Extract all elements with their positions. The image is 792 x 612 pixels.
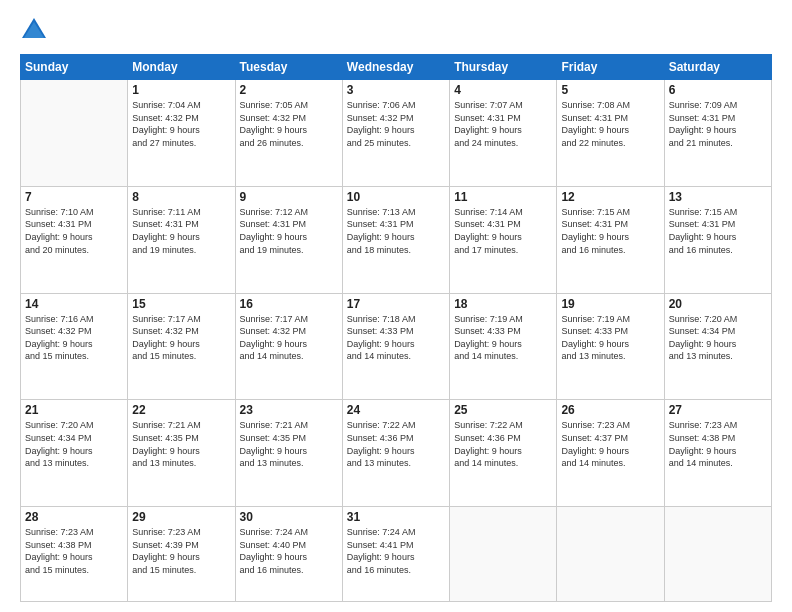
day-number: 30 [240,510,338,524]
day-info: Sunrise: 7:19 AM Sunset: 4:33 PM Dayligh… [454,313,552,363]
day-info: Sunrise: 7:15 AM Sunset: 4:31 PM Dayligh… [561,206,659,256]
header [20,16,772,44]
week-row-5: 28Sunrise: 7:23 AM Sunset: 4:38 PM Dayli… [21,507,772,602]
day-cell: 27Sunrise: 7:23 AM Sunset: 4:38 PM Dayli… [664,400,771,507]
day-info: Sunrise: 7:14 AM Sunset: 4:31 PM Dayligh… [454,206,552,256]
day-number: 4 [454,83,552,97]
day-info: Sunrise: 7:09 AM Sunset: 4:31 PM Dayligh… [669,99,767,149]
day-info: Sunrise: 7:20 AM Sunset: 4:34 PM Dayligh… [25,419,123,469]
day-cell: 10Sunrise: 7:13 AM Sunset: 4:31 PM Dayli… [342,186,449,293]
day-number: 21 [25,403,123,417]
day-cell: 26Sunrise: 7:23 AM Sunset: 4:37 PM Dayli… [557,400,664,507]
day-cell: 1Sunrise: 7:04 AM Sunset: 4:32 PM Daylig… [128,80,235,187]
day-info: Sunrise: 7:04 AM Sunset: 4:32 PM Dayligh… [132,99,230,149]
day-number: 12 [561,190,659,204]
day-info: Sunrise: 7:05 AM Sunset: 4:32 PM Dayligh… [240,99,338,149]
day-cell: 25Sunrise: 7:22 AM Sunset: 4:36 PM Dayli… [450,400,557,507]
col-header-friday: Friday [557,55,664,80]
day-info: Sunrise: 7:22 AM Sunset: 4:36 PM Dayligh… [347,419,445,469]
day-cell: 3Sunrise: 7:06 AM Sunset: 4:32 PM Daylig… [342,80,449,187]
day-info: Sunrise: 7:22 AM Sunset: 4:36 PM Dayligh… [454,419,552,469]
day-cell: 16Sunrise: 7:17 AM Sunset: 4:32 PM Dayli… [235,293,342,400]
day-info: Sunrise: 7:21 AM Sunset: 4:35 PM Dayligh… [132,419,230,469]
calendar-table: SundayMondayTuesdayWednesdayThursdayFrid… [20,54,772,602]
day-number: 2 [240,83,338,97]
day-cell: 8Sunrise: 7:11 AM Sunset: 4:31 PM Daylig… [128,186,235,293]
day-cell [557,507,664,602]
day-number: 23 [240,403,338,417]
day-cell: 24Sunrise: 7:22 AM Sunset: 4:36 PM Dayli… [342,400,449,507]
day-info: Sunrise: 7:17 AM Sunset: 4:32 PM Dayligh… [132,313,230,363]
col-header-monday: Monday [128,55,235,80]
day-cell: 22Sunrise: 7:21 AM Sunset: 4:35 PM Dayli… [128,400,235,507]
day-cell: 5Sunrise: 7:08 AM Sunset: 4:31 PM Daylig… [557,80,664,187]
day-number: 28 [25,510,123,524]
day-info: Sunrise: 7:19 AM Sunset: 4:33 PM Dayligh… [561,313,659,363]
col-header-saturday: Saturday [664,55,771,80]
day-cell: 15Sunrise: 7:17 AM Sunset: 4:32 PM Dayli… [128,293,235,400]
day-number: 25 [454,403,552,417]
day-cell [664,507,771,602]
page: SundayMondayTuesdayWednesdayThursdayFrid… [0,0,792,612]
day-info: Sunrise: 7:17 AM Sunset: 4:32 PM Dayligh… [240,313,338,363]
logo-icon [20,16,48,44]
day-info: Sunrise: 7:16 AM Sunset: 4:32 PM Dayligh… [25,313,123,363]
day-cell: 9Sunrise: 7:12 AM Sunset: 4:31 PM Daylig… [235,186,342,293]
day-cell: 30Sunrise: 7:24 AM Sunset: 4:40 PM Dayli… [235,507,342,602]
day-info: Sunrise: 7:20 AM Sunset: 4:34 PM Dayligh… [669,313,767,363]
day-cell: 29Sunrise: 7:23 AM Sunset: 4:39 PM Dayli… [128,507,235,602]
day-info: Sunrise: 7:07 AM Sunset: 4:31 PM Dayligh… [454,99,552,149]
day-number: 8 [132,190,230,204]
col-header-tuesday: Tuesday [235,55,342,80]
day-info: Sunrise: 7:24 AM Sunset: 4:41 PM Dayligh… [347,526,445,576]
day-info: Sunrise: 7:12 AM Sunset: 4:31 PM Dayligh… [240,206,338,256]
day-info: Sunrise: 7:21 AM Sunset: 4:35 PM Dayligh… [240,419,338,469]
day-number: 6 [669,83,767,97]
day-cell: 4Sunrise: 7:07 AM Sunset: 4:31 PM Daylig… [450,80,557,187]
day-number: 29 [132,510,230,524]
day-number: 7 [25,190,123,204]
day-cell: 6Sunrise: 7:09 AM Sunset: 4:31 PM Daylig… [664,80,771,187]
day-cell: 31Sunrise: 7:24 AM Sunset: 4:41 PM Dayli… [342,507,449,602]
day-info: Sunrise: 7:18 AM Sunset: 4:33 PM Dayligh… [347,313,445,363]
day-number: 5 [561,83,659,97]
day-number: 20 [669,297,767,311]
day-cell: 21Sunrise: 7:20 AM Sunset: 4:34 PM Dayli… [21,400,128,507]
day-cell [21,80,128,187]
day-cell: 7Sunrise: 7:10 AM Sunset: 4:31 PM Daylig… [21,186,128,293]
day-number: 27 [669,403,767,417]
day-number: 13 [669,190,767,204]
day-info: Sunrise: 7:24 AM Sunset: 4:40 PM Dayligh… [240,526,338,576]
week-row-1: 1Sunrise: 7:04 AM Sunset: 4:32 PM Daylig… [21,80,772,187]
logo [20,16,52,44]
col-header-thursday: Thursday [450,55,557,80]
day-cell [450,507,557,602]
day-number: 22 [132,403,230,417]
week-row-4: 21Sunrise: 7:20 AM Sunset: 4:34 PM Dayli… [21,400,772,507]
day-number: 17 [347,297,445,311]
day-number: 16 [240,297,338,311]
day-cell: 23Sunrise: 7:21 AM Sunset: 4:35 PM Dayli… [235,400,342,507]
header-row: SundayMondayTuesdayWednesdayThursdayFrid… [21,55,772,80]
day-info: Sunrise: 7:10 AM Sunset: 4:31 PM Dayligh… [25,206,123,256]
day-number: 24 [347,403,445,417]
day-info: Sunrise: 7:08 AM Sunset: 4:31 PM Dayligh… [561,99,659,149]
day-number: 1 [132,83,230,97]
day-cell: 11Sunrise: 7:14 AM Sunset: 4:31 PM Dayli… [450,186,557,293]
day-info: Sunrise: 7:23 AM Sunset: 4:37 PM Dayligh… [561,419,659,469]
day-number: 3 [347,83,445,97]
day-cell: 13Sunrise: 7:15 AM Sunset: 4:31 PM Dayli… [664,186,771,293]
day-info: Sunrise: 7:11 AM Sunset: 4:31 PM Dayligh… [132,206,230,256]
day-number: 14 [25,297,123,311]
day-number: 26 [561,403,659,417]
day-cell: 19Sunrise: 7:19 AM Sunset: 4:33 PM Dayli… [557,293,664,400]
day-info: Sunrise: 7:15 AM Sunset: 4:31 PM Dayligh… [669,206,767,256]
day-number: 18 [454,297,552,311]
day-number: 9 [240,190,338,204]
day-cell: 28Sunrise: 7:23 AM Sunset: 4:38 PM Dayli… [21,507,128,602]
day-info: Sunrise: 7:23 AM Sunset: 4:38 PM Dayligh… [669,419,767,469]
day-cell: 2Sunrise: 7:05 AM Sunset: 4:32 PM Daylig… [235,80,342,187]
col-header-wednesday: Wednesday [342,55,449,80]
day-cell: 12Sunrise: 7:15 AM Sunset: 4:31 PM Dayli… [557,186,664,293]
day-cell: 20Sunrise: 7:20 AM Sunset: 4:34 PM Dayli… [664,293,771,400]
